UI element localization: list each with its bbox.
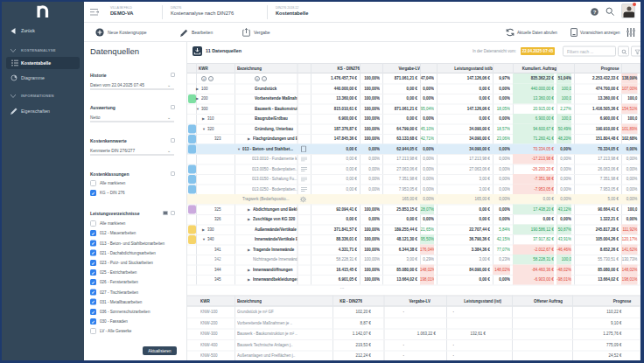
svg-text:?: ?: [593, 10, 597, 15]
